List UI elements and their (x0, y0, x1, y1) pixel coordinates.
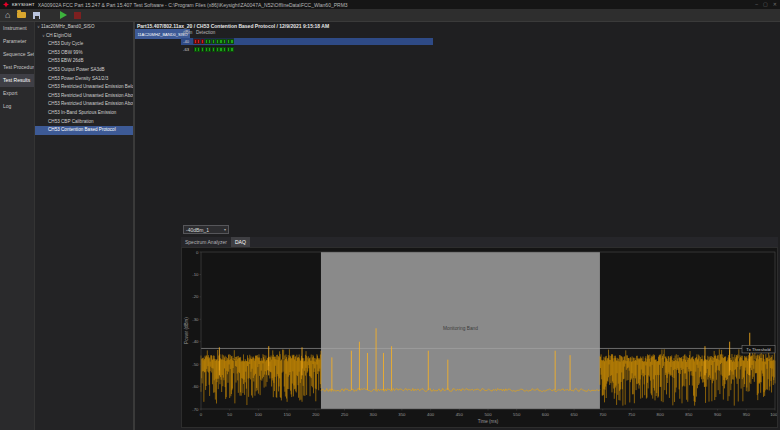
viewer-panel: -40dBm_1 ▾ Spectrum AnalyzerDAQ 0-10-20-… (181, 224, 778, 430)
tree-item-ch53-output-power-sa3db[interactable]: CH53 Output Power SA3dB (35, 66, 133, 75)
home-icon[interactable]: ⌂ (5, 11, 10, 20)
tree-item-ch53-contention-based-protocol[interactable]: CH53 Contention Based Protocol (35, 126, 133, 135)
svg-text:950: 950 (743, 412, 751, 417)
tree-item-ch53-restricted-unwanted-emission-below-1ghz-pk[interactable]: CH53 Restricted Unwanted Emission Below … (35, 83, 133, 92)
keysight-logo-icon (3, 2, 9, 8)
tree-item-11ac20mhz-band0-siso[interactable]: ∨11ac20MHz_Band0_SISO (35, 23, 133, 32)
svg-text:50: 50 (227, 412, 232, 417)
tab-daq[interactable]: DAQ (231, 237, 250, 247)
tree-item-label: CH53 Duty Cycle (48, 41, 83, 46)
tree-item-label: CH53 Power Density SA1/2/3 (48, 76, 108, 81)
x-axis-label: Time (ms) (478, 419, 499, 424)
window-controls: – ▢ ✕ (755, 0, 777, 9)
svg-text:250: 250 (341, 412, 349, 417)
tree-item-label: CH53 Contention Based Protocol (48, 127, 116, 132)
detection-row[interactable]: -63 (181, 46, 433, 54)
nav-item-export[interactable]: Export (0, 87, 34, 100)
tree-item-label: CH53 OBW 99% (48, 50, 82, 55)
svg-text:600: 600 (542, 412, 550, 417)
tree-item-ch-elginold[interactable]: ∨CH ElginOld (35, 32, 133, 41)
svg-text:500: 500 (484, 412, 492, 417)
svg-text:700: 700 (599, 412, 607, 417)
tree-item-label: CH53 Restricted Unwanted Emission Above … (48, 101, 133, 106)
svg-text:450: 450 (456, 412, 464, 417)
svg-text:750: 750 (628, 412, 636, 417)
dbm-level-label: -63 (181, 47, 193, 52)
tree-item-ch53-in-band-spurious-emission[interactable]: CH53 In-Band Spurious Emission (35, 109, 133, 118)
svg-text:200: 200 (312, 412, 320, 417)
detection-row[interactable]: -40 (181, 38, 433, 46)
dbm-level-label: -40 (181, 39, 193, 44)
tree-item-label: CH ElginOld (46, 33, 71, 38)
nav-item-sequence-setup[interactable]: Sequence Setup (0, 48, 34, 61)
viewer-tabs: Spectrum AnalyzerDAQ (181, 237, 778, 247)
chevron-down-icon: ▾ (224, 227, 226, 232)
svg-text:350: 350 (398, 412, 406, 417)
detection-result-squares (193, 46, 234, 52)
tree-expand-icon[interactable]: ∨ (42, 33, 45, 38)
svg-text:-50: -50 (192, 362, 199, 367)
svg-text:150: 150 (284, 412, 292, 417)
svg-text:-70: -70 (192, 407, 199, 412)
nav-item-log[interactable]: Log (0, 100, 34, 113)
tree-item-ch53-duty-cycle[interactable]: CH53 Duty Cycle (35, 40, 133, 49)
svg-text:-10: -10 (192, 272, 199, 277)
svg-text:550: 550 (513, 412, 521, 417)
keysight-logo-text: KEYSIGHT (12, 2, 35, 7)
save-icon[interactable] (33, 12, 40, 19)
toolbar: ⌂ (0, 9, 780, 22)
svg-text:650: 650 (571, 412, 579, 417)
result-selector-dropdown[interactable]: -40dBm_1 ▾ (183, 225, 229, 234)
daq-chart: 0-10-20-30-40-50-60-70050100150200250300… (182, 248, 777, 427)
detection-pass-cell (230, 47, 233, 52)
maximize-button[interactable]: ▢ (763, 0, 768, 9)
tree-item-label: CH53 Restricted Unwanted Emission Above … (48, 93, 133, 98)
tree-item-label: CH53 EBW 26dB (48, 58, 84, 63)
svg-text:-20: -20 (192, 294, 199, 299)
svg-text:100: 100 (255, 412, 263, 417)
tree-item-label: CH53 Restricted Unwanted Emission Below … (48, 84, 133, 89)
y-axis-label: Power (dBm) (184, 317, 189, 344)
legend-label: Tx Threshold (746, 347, 771, 352)
tree-item-ch53-ebw-26db[interactable]: CH53 EBW 26dB (35, 57, 133, 66)
nav-item-parameter[interactable]: Parameter (0, 35, 34, 48)
svg-text:850: 850 (685, 412, 693, 417)
svg-text:1000: 1000 (770, 412, 777, 417)
svg-text:300: 300 (370, 412, 378, 417)
close-button[interactable]: ✕ (773, 0, 777, 9)
svg-text:800: 800 (657, 412, 665, 417)
tree-item-label: CH53 Output Power SA3dB (48, 67, 105, 72)
tree-item-ch53-restricted-unwanted-emission-above-1ghz-av[interactable]: CH53 Restricted Unwanted Emission Above … (35, 100, 133, 109)
stop-test-icon[interactable] (74, 12, 81, 19)
run-test-icon[interactable] (60, 11, 67, 19)
detection-table-header: dBm Detection (183, 30, 215, 35)
svg-text:-30: -30 (192, 317, 199, 322)
results-panel: Part15.407/802.11ax_20 / CH53 Contention… (135, 22, 780, 430)
chart-legend: Tx Threshold (742, 345, 775, 353)
detection-result-squares (193, 38, 234, 44)
svg-text:900: 900 (714, 412, 722, 417)
svg-text:-60: -60 (192, 384, 199, 389)
nav-item-test-procedure[interactable]: Test Procedure (0, 61, 34, 74)
tab-spectrum-analyzer[interactable]: Spectrum Analyzer (181, 237, 231, 247)
nav-item-test-results[interactable]: Test Results (0, 74, 34, 87)
tree-expand-icon[interactable]: ∨ (37, 24, 40, 29)
minimize-button[interactable]: – (755, 0, 758, 9)
tree-item-label: CH53 CBP Calibration (48, 119, 94, 124)
result-selector-value: -40dBm_1 (186, 227, 209, 233)
detection-pass-cell (230, 39, 233, 44)
monitoring-band-label: Monitoring Band (443, 326, 478, 331)
left-navigation: InstrumentParameterSequence SetupTest Pr… (0, 22, 34, 430)
column-header-dbm: dBm (183, 30, 196, 35)
open-folder-icon[interactable] (17, 12, 26, 18)
title-bar: KEYSIGHT XA00902A FCC Part 15.247 & Part… (0, 0, 780, 9)
window-title: XA00902A FCC Part 15.247 & Part 15.407 T… (38, 2, 348, 8)
svg-text:-40: -40 (192, 339, 199, 344)
tree-item-label: 11ac20MHz_Band0_SISO (41, 24, 95, 29)
tree-item-ch53-obw-99[interactable]: CH53 OBW 99% (35, 49, 133, 58)
tree-item-ch53-restricted-unwanted-emission-above-1ghz-pk[interactable]: CH53 Restricted Unwanted Emission Above … (35, 92, 133, 101)
column-header-detection: Detection (196, 30, 215, 35)
tree-item-ch53-cbp-calibration[interactable]: CH53 CBP Calibration (35, 118, 133, 127)
tree-item-ch53-power-density-sa1-2-3[interactable]: CH53 Power Density SA1/2/3 (35, 75, 133, 84)
nav-item-instrument[interactable]: Instrument (0, 22, 34, 35)
